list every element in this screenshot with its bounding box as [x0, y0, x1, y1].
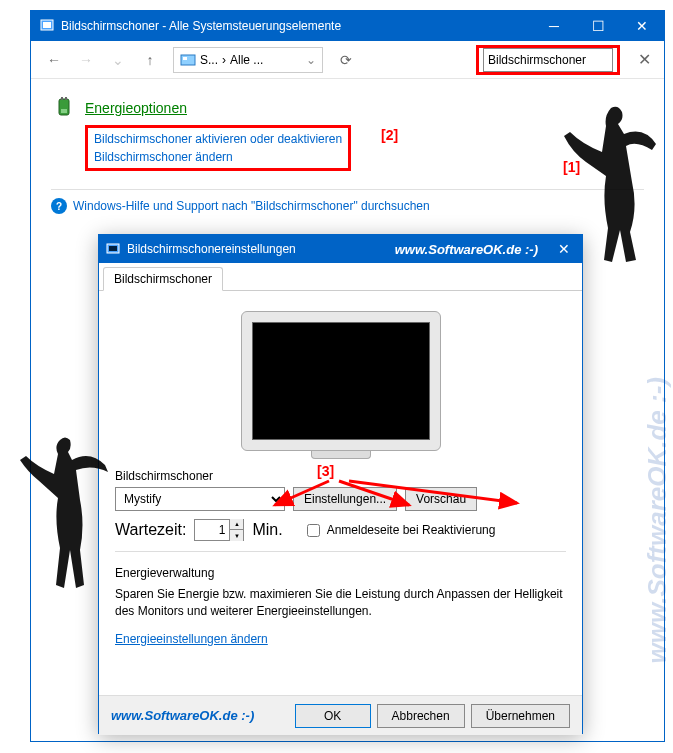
search-input[interactable]	[483, 48, 613, 72]
breadcrumb-part1[interactable]: S...	[200, 53, 218, 67]
main-titlebar[interactable]: Bildschirmschoner - Alle Systemsteuerung…	[31, 11, 664, 41]
energy-management-label: Energieverwaltung	[115, 566, 566, 580]
svg-rect-3	[183, 57, 187, 60]
apply-button[interactable]: Übernehmen	[471, 704, 570, 728]
forward-button[interactable]: →	[71, 46, 101, 74]
clear-search-button[interactable]: ✕	[632, 50, 656, 69]
help-search-link[interactable]: Windows-Hilfe und Support nach "Bildschi…	[73, 199, 430, 213]
wait-value-input[interactable]	[195, 520, 229, 540]
svg-rect-6	[65, 97, 67, 100]
energy-settings-link[interactable]: Energieeinstellungen ändern	[115, 632, 268, 646]
dialog-close-button[interactable]: ✕	[546, 235, 582, 263]
breadcrumb-part2[interactable]: Alle ...	[230, 53, 263, 67]
main-window-title: Bildschirmschoner - Alle Systemsteuerung…	[61, 19, 532, 33]
screensaver-settings-dialog: Bildschirmschonereinstellungen www.Softw…	[98, 234, 583, 734]
toolbar: ← → ⌄ ↑ S... › Alle ... ⌄ ⟳ ✕	[31, 41, 664, 79]
breadcrumb-sep: ›	[222, 53, 226, 67]
footer-watermark: www.SoftwareOK.de :-)	[111, 708, 289, 723]
svg-rect-7	[61, 109, 67, 113]
minimize-button[interactable]: ─	[532, 11, 576, 41]
search-box[interactable]	[476, 45, 620, 75]
energy-description: Sparen Sie Energie bzw. maximieren Sie d…	[115, 586, 566, 620]
refresh-button[interactable]: ⟳	[331, 46, 361, 74]
breadcrumb[interactable]: S... › Alle ... ⌄	[173, 47, 323, 73]
maximize-button[interactable]: ☐	[576, 11, 620, 41]
svg-rect-5	[61, 97, 63, 100]
resume-login-checkbox[interactable]	[307, 524, 320, 537]
tab-screensaver[interactable]: Bildschirmschoner	[103, 267, 223, 291]
spin-up[interactable]: ▲	[229, 519, 243, 530]
annotation-marker-1: [1]	[563, 159, 580, 175]
close-button[interactable]: ✕	[620, 11, 664, 41]
wait-label: Wartezeit:	[115, 521, 186, 539]
dialog-title: Bildschirmschonereinstellungen	[127, 242, 395, 256]
wait-spinner[interactable]: ▲ ▼	[194, 519, 244, 541]
control-panel-path-icon	[180, 52, 196, 68]
screensaver-dropdown[interactable]: Mystify	[115, 487, 285, 511]
wait-unit: Min.	[252, 521, 282, 539]
dialog-footer: www.SoftwareOK.de :-) OK Abbrechen Übern…	[99, 695, 582, 735]
tab-strip: Bildschirmschoner	[99, 263, 582, 291]
energy-options-heading[interactable]: Energieoptionen	[85, 100, 187, 116]
breadcrumb-dropdown-icon[interactable]: ⌄	[306, 53, 316, 67]
cancel-button[interactable]: Abbrechen	[377, 704, 465, 728]
control-panel-icon	[39, 18, 55, 34]
monitor-preview	[241, 311, 441, 461]
change-screensaver-link[interactable]: Bildschirmschoner ändern	[94, 148, 342, 166]
help-icon: ?	[51, 198, 67, 214]
titlebar-watermark: www.SoftwareOK.de :-)	[395, 242, 538, 257]
screensaver-links-box: Bildschirmschoner aktivieren oder deakti…	[85, 125, 351, 171]
annotation-marker-2: [2]	[381, 127, 398, 143]
screensaver-group-label: Bildschirmschoner	[115, 469, 566, 483]
back-button[interactable]: ←	[39, 46, 69, 74]
dialog-titlebar[interactable]: Bildschirmschonereinstellungen www.Softw…	[99, 235, 582, 263]
svg-rect-9	[109, 246, 117, 251]
preview-button[interactable]: Vorschau	[405, 487, 477, 511]
resume-login-label: Anmeldeseite bei Reaktivierung	[327, 523, 496, 537]
ok-button[interactable]: OK	[295, 704, 371, 728]
spin-down[interactable]: ▼	[229, 530, 243, 541]
settings-button[interactable]: Einstellungen...	[293, 487, 397, 511]
activate-screensaver-link[interactable]: Bildschirmschoner aktivieren oder deakti…	[94, 130, 342, 148]
dialog-icon	[105, 241, 121, 257]
history-dropdown[interactable]: ⌄	[103, 46, 133, 74]
energy-options-icon	[51, 95, 77, 121]
annotation-marker-3: [3]	[317, 463, 334, 479]
up-button[interactable]: ↑	[135, 46, 165, 74]
svg-rect-1	[43, 22, 51, 28]
